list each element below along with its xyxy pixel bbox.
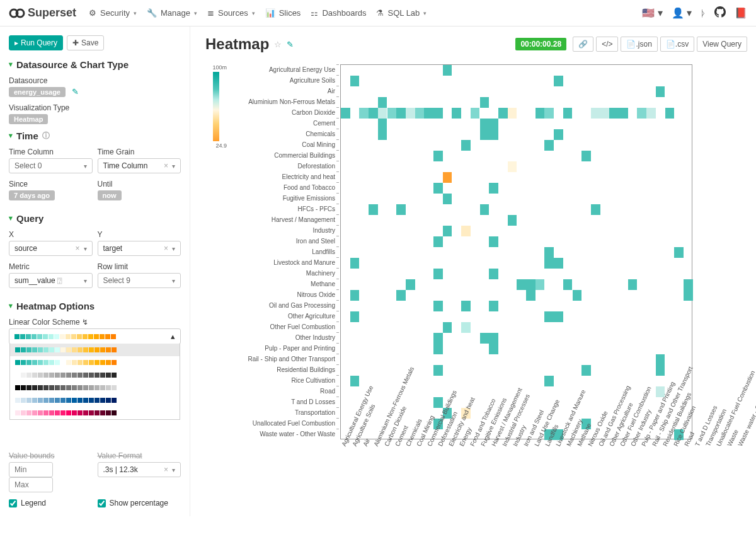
heatmap-cell[interactable] [489, 183, 498, 194]
clear-icon[interactable]: × [164, 244, 168, 253]
heatmap-cell[interactable] [526, 290, 536, 301]
clear-icon[interactable]: × [75, 244, 79, 253]
heatmap-cell[interactable] [396, 204, 406, 215]
heatmap-cell[interactable] [443, 65, 452, 76]
heatmap-cell[interactable] [396, 108, 406, 119]
user-menu[interactable]: 👤 ▾ [672, 7, 692, 19]
linear-color-select[interactable]: ▴ [9, 328, 181, 344]
heatmap-cell[interactable] [350, 376, 360, 386]
since-chip[interactable]: 7 days ago [9, 190, 55, 200]
info-icon[interactable]: ⓘ [42, 130, 50, 141]
heatmap-cell[interactable] [508, 215, 517, 226]
max-input[interactable] [9, 477, 53, 492]
nav-sqllab[interactable]: ⚗SQL Lab▾ [376, 8, 427, 18]
heatmap-cell[interactable] [378, 129, 387, 140]
y-select[interactable]: target×▾ [98, 241, 181, 256]
heatmap-cell[interactable] [508, 108, 517, 119]
heatmap-cell[interactable] [406, 108, 415, 119]
heatmap-cell[interactable] [656, 365, 665, 376]
heatmap-cell[interactable] [489, 129, 498, 140]
show-percentage-checkbox[interactable]: Show percentage [98, 499, 181, 507]
section-datasource[interactable]: ▸Datasource & Chart Type [9, 59, 181, 70]
heatmap-cell[interactable] [536, 279, 545, 290]
nav-security[interactable]: ⚙Security▾ [89, 8, 137, 18]
heatmap-cell[interactable] [656, 86, 665, 97]
heatmap-cell[interactable] [544, 108, 554, 119]
nav-manage[interactable]: 🔧Manage▾ [147, 8, 197, 18]
heatmap-cell[interactable] [684, 290, 693, 301]
heatmap-cell[interactable] [544, 311, 554, 322]
version-link[interactable]: ᚦ [701, 8, 706, 18]
heatmap-cell[interactable] [544, 247, 554, 258]
heatmap-cell[interactable] [489, 269, 498, 279]
heatmap-cell[interactable] [581, 365, 591, 376]
heatmap-cell[interactable] [350, 290, 360, 301]
heatmap-cell[interactable] [619, 108, 628, 119]
heatmap-cell[interactable] [443, 226, 452, 236]
heatmap-cell[interactable] [665, 108, 675, 119]
heatmap-cell[interactable] [591, 108, 600, 119]
heatmap-cell[interactable] [498, 108, 508, 119]
brand[interactable]: Superset [9, 6, 76, 20]
heatmap-cell[interactable] [415, 108, 425, 119]
heatmap-cell[interactable] [591, 204, 600, 215]
heatmap-cell[interactable] [369, 204, 378, 215]
time-column-select[interactable]: Select 0▾ [9, 158, 93, 173]
run-query-button[interactable]: ▸Run Query [9, 35, 63, 50]
nav-dashboards[interactable]: ⚏Dashboards [311, 8, 366, 18]
heatmap-cell[interactable] [544, 258, 554, 269]
x-select[interactable]: source×▾ [9, 241, 93, 256]
until-chip[interactable]: now [98, 190, 122, 200]
heatmap-cell[interactable] [526, 279, 536, 290]
heatmap-cell[interactable] [424, 108, 433, 119]
heatmap-cell[interactable] [461, 140, 471, 151]
save-button[interactable]: ✚Save [67, 35, 104, 50]
heatmap-cell[interactable] [433, 108, 443, 119]
book-icon[interactable]: 📕 [735, 7, 747, 19]
heatmap-cell[interactable] [544, 376, 554, 386]
palette-option[interactable] [10, 356, 180, 369]
heatmap-cell[interactable] [433, 344, 443, 354]
heatmap-cell[interactable] [452, 108, 461, 119]
github-icon[interactable] [714, 6, 726, 20]
heatmap-cell[interactable] [656, 354, 665, 365]
edit-title-icon[interactable]: ✎ [287, 40, 294, 49]
heatmap-cell[interactable] [378, 108, 387, 119]
heatmap-cell[interactable] [480, 97, 490, 108]
link-button[interactable]: 🔗 [573, 37, 593, 52]
heatmap-cell[interactable] [433, 269, 443, 279]
palette-option[interactable] [10, 394, 180, 407]
heatmap-cell[interactable] [433, 397, 443, 408]
heatmap-cell[interactable] [489, 236, 498, 247]
heatmap-cell[interactable] [508, 161, 517, 172]
heatmap-cell[interactable] [489, 333, 498, 344]
heatmap-cell[interactable] [369, 108, 378, 119]
view-query-button[interactable]: View Query [697, 37, 747, 52]
heatmap-cell[interactable] [433, 236, 443, 247]
heatmap-cell[interactable] [581, 151, 591, 161]
heatmap-cell[interactable] [573, 290, 582, 301]
heatmap-cell[interactable] [433, 333, 443, 344]
heatmap-cell[interactable] [396, 290, 406, 301]
heatmap-cell[interactable] [517, 279, 526, 290]
legend-checkbox[interactable]: Legend [9, 499, 93, 507]
heatmap-cell[interactable] [600, 108, 610, 119]
heatmap-cell[interactable] [480, 204, 490, 215]
heatmap-cell[interactable] [489, 344, 498, 354]
heatmap-cell[interactable] [461, 226, 471, 236]
heatmap-cell[interactable] [609, 108, 619, 119]
heatmap-cell[interactable] [536, 108, 545, 119]
heatmap-cell[interactable] [350, 76, 360, 86]
rowlimit-select[interactable]: Select 9▾ [98, 273, 181, 288]
heatmap-cell[interactable] [433, 183, 443, 194]
embed-button[interactable]: </> [596, 37, 618, 52]
section-heatmap[interactable]: ▸Heatmap Options [9, 301, 181, 311]
nav-sources[interactable]: ≣Sources▾ [207, 8, 255, 18]
value-format-select[interactable]: .3s | 12.3k×▾ [98, 462, 181, 477]
heatmap-cell[interactable] [378, 97, 387, 108]
heatmap-cell[interactable] [554, 76, 563, 86]
viz-type-chip[interactable]: Heatmap [9, 114, 48, 124]
heatmap-cell[interactable] [489, 119, 498, 129]
heatmap-cell[interactable] [480, 119, 490, 129]
heatmap-cell[interactable] [378, 119, 387, 129]
